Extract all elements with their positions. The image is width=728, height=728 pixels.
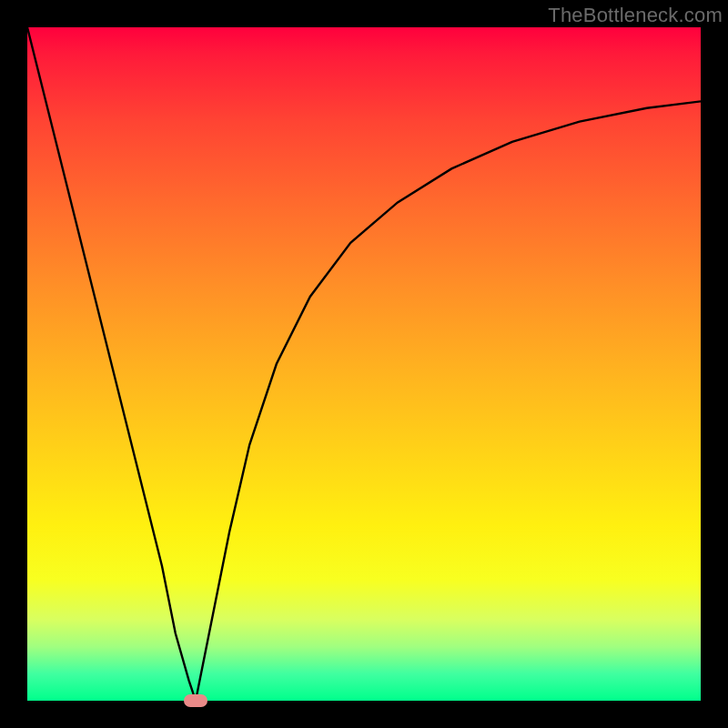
curve-right [196, 101, 701, 701]
bottleneck-marker [184, 694, 207, 707]
curve-left [27, 27, 196, 701]
plot-area [27, 27, 701, 701]
chart-frame: TheBottleneck.com [0, 0, 728, 728]
watermark-text: TheBottleneck.com [548, 4, 723, 27]
curve-layer [27, 27, 701, 701]
